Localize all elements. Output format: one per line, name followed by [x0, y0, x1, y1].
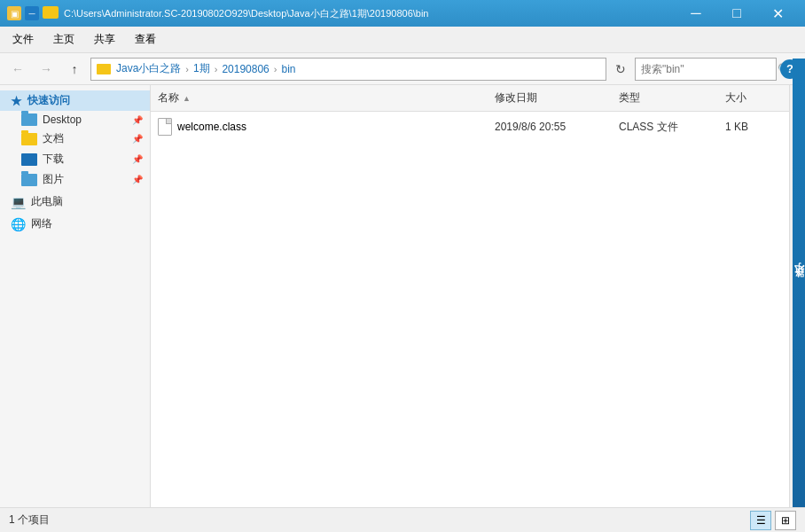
- sort-arrow-icon: ▲: [183, 94, 191, 103]
- sidebar-item-desktop[interactable]: Desktop 📌: [0, 111, 150, 129]
- status-count: 1 个项目: [9, 512, 50, 528]
- menu-file[interactable]: 文件: [4, 28, 43, 51]
- network-icon: 🌐: [11, 217, 26, 231]
- breadcrumb-sep-1: ›: [185, 64, 189, 74]
- folder-icon-downloads: [21, 153, 37, 166]
- breadcrumb-item-2[interactable]: 1期: [193, 61, 210, 76]
- breadcrumb-item-1[interactable]: Java小白之路: [116, 61, 181, 76]
- sidebar-label-downloads: 下载: [43, 152, 64, 167]
- col-header-modified[interactable]: 修改日期: [488, 89, 612, 107]
- sidebar-item-computer[interactable]: 💻 此电脑: [0, 192, 150, 212]
- window-controls: ─ □ ✕: [676, 0, 798, 27]
- refresh-button[interactable]: ↻: [610, 58, 631, 81]
- minimize-button[interactable]: ─: [676, 0, 716, 27]
- folder-icon-desktop: [21, 113, 37, 126]
- pin-icon-desktop: 📌: [132, 115, 143, 125]
- breadcrumb-item-3[interactable]: 20190806: [222, 63, 269, 75]
- view-details-button[interactable]: ☰: [750, 511, 771, 530]
- folder-icon: [43, 6, 59, 19]
- pin-icon-pictures: 📌: [132, 175, 143, 184]
- file-list: welcome.class 2019/8/6 20:55 CLASS 文件 1 …: [151, 112, 789, 507]
- sidebar-label-pictures: 图片: [43, 172, 64, 187]
- col-header-name[interactable]: 名称 ▲: [151, 89, 488, 107]
- file-name-cell: welcome.class: [151, 115, 488, 138]
- col-size-label: 大小: [725, 90, 746, 106]
- side-accent-text: 小: [793, 280, 806, 281]
- menu-share[interactable]: 共享: [85, 28, 124, 51]
- col-header-size[interactable]: 大小: [718, 89, 789, 107]
- app-icon-yellow: ▣: [7, 6, 21, 20]
- address-bar[interactable]: Java小白之路 › 1期 › 20190806 › bin: [90, 58, 606, 81]
- menu-view[interactable]: 查看: [126, 28, 165, 51]
- sidebar: ★ 快速访问 Desktop 📌 文档 📌 下载 📌 图片 📌: [0, 85, 151, 507]
- sidebar-item-network[interactable]: 🌐 网络: [0, 214, 150, 234]
- breadcrumb-item-4[interactable]: bin: [281, 63, 295, 75]
- main-container: ★ 快速访问 Desktop 📌 文档 📌 下载 📌 图片 📌: [0, 85, 805, 507]
- side-accent-bar: 小 之 路: [793, 59, 805, 507]
- toolbar: ← → ↑ Java小白之路 › 1期 › 20190806 › bin ↻ 🔍…: [0, 53, 805, 85]
- up-button[interactable]: ↑: [62, 58, 87, 81]
- col-modified-label: 修改日期: [495, 90, 537, 106]
- col-header-type[interactable]: 类型: [612, 89, 718, 107]
- folder-icon-pictures: [21, 174, 37, 186]
- computer-icon: 💻: [11, 195, 26, 209]
- column-headers: 名称 ▲ 修改日期 类型 大小: [151, 85, 789, 112]
- file-area: 名称 ▲ 修改日期 类型 大小 welcome.class 2019/8/6 2…: [151, 85, 789, 507]
- file-size: 1 KB: [718, 118, 789, 136]
- file-name: welcome.class: [177, 121, 246, 133]
- table-row[interactable]: welcome.class 2019/8/6 20:55 CLASS 文件 1 …: [151, 113, 789, 140]
- side-accent-text-2: 之: [793, 283, 806, 284]
- breadcrumb-folder-icon: [97, 64, 111, 74]
- sidebar-item-pictures[interactable]: 图片 📌: [0, 169, 150, 190]
- folder-icon-documents: [21, 133, 37, 145]
- file-type: CLASS 文件: [612, 117, 718, 137]
- breadcrumb-sep-3: ›: [274, 64, 277, 74]
- sidebar-label-desktop: Desktop: [43, 113, 82, 126]
- file-icon: [158, 118, 172, 136]
- menu-bar: 文件 主页 共享 查看: [0, 27, 805, 53]
- quick-access-label: 快速访问: [27, 93, 70, 108]
- computer-section: 💻 此电脑: [0, 192, 150, 212]
- menu-home[interactable]: 主页: [44, 28, 83, 51]
- sidebar-label-network: 网络: [31, 216, 52, 231]
- back-button[interactable]: ←: [5, 58, 30, 81]
- view-large-button[interactable]: ⊞: [775, 511, 796, 530]
- col-name-label: 名称: [158, 90, 179, 106]
- title-bar-icons: ▣ ─: [7, 6, 59, 20]
- sidebar-label-documents: 文档: [43, 131, 64, 146]
- col-type-label: 类型: [619, 90, 640, 106]
- app-icon-blue: ─: [25, 6, 39, 20]
- close-button[interactable]: ✕: [757, 0, 798, 27]
- status-bar: 1 个项目 ☰ ⊞: [0, 507, 805, 532]
- forward-button[interactable]: →: [34, 58, 59, 81]
- pin-icon-documents: 📌: [132, 134, 143, 144]
- search-input[interactable]: [641, 63, 774, 75]
- quick-access-section: ★ 快速访问 Desktop 📌 文档 📌 下载 📌 图片 📌: [0, 90, 150, 190]
- sidebar-label-computer: 此电脑: [31, 194, 63, 209]
- maximize-button[interactable]: □: [716, 0, 757, 27]
- view-buttons: ☰ ⊞: [750, 511, 796, 530]
- star-icon: ★: [11, 94, 22, 108]
- title-path: C:\Users\Administrator.SC-20190802O929\D…: [64, 7, 676, 20]
- sidebar-item-downloads[interactable]: 下载 📌: [0, 149, 150, 169]
- side-accent-text-3: 路: [793, 286, 806, 286]
- title-bar: ▣ ─ C:\Users\Administrator.SC-20190802O9…: [0, 0, 805, 27]
- network-section: 🌐 网络: [0, 214, 150, 234]
- sidebar-item-quick-access[interactable]: ★ 快速访问: [0, 90, 150, 111]
- search-bar[interactable]: 🔍: [635, 58, 777, 81]
- file-modified: 2019/8/6 20:55: [488, 118, 612, 136]
- pin-icon-downloads: 📌: [132, 154, 143, 164]
- sidebar-item-documents[interactable]: 文档 📌: [0, 129, 150, 149]
- breadcrumb-sep-2: ›: [215, 64, 218, 74]
